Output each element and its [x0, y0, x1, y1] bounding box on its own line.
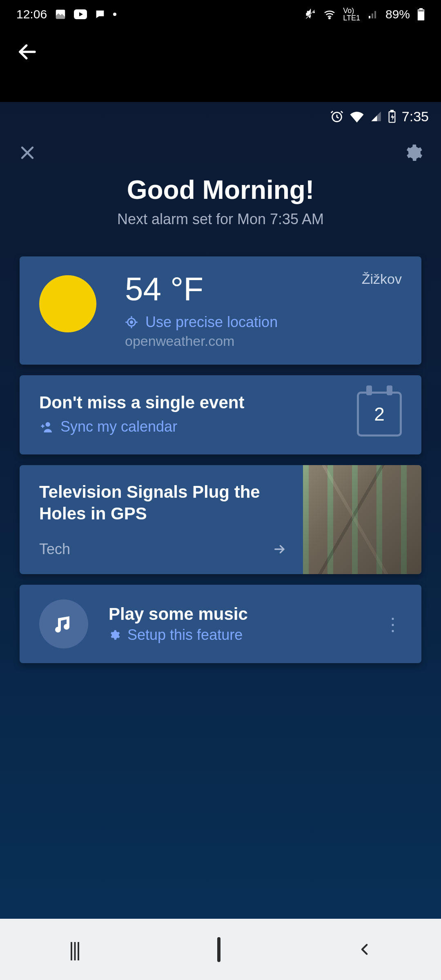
wifi-icon [323, 9, 336, 19]
inner-clock: 7:35 [402, 109, 429, 125]
greeting-title: Good Morning! [0, 175, 441, 205]
inner-status-bar: 7:35 [0, 102, 441, 131]
device-nav-bar: ||| [0, 919, 441, 980]
temperature-value: 54 °F [125, 273, 402, 305]
sync-calendar-link[interactable]: Sync my calendar [39, 418, 345, 435]
mute-icon [305, 9, 316, 20]
kebab-menu-icon[interactable]: ⋮ [384, 614, 402, 635]
arrow-right-icon [273, 542, 287, 556]
add-person-icon [39, 421, 53, 432]
app-screen: 7:35 Good Morning! Next alarm set for Mo… [0, 102, 441, 919]
calendar-card[interactable]: Don't miss a single event Sync my calend… [20, 375, 421, 454]
volte-indicator: Vo)LTE1 [343, 7, 360, 22]
svg-rect-11 [391, 110, 393, 112]
svg-point-15 [130, 321, 132, 323]
music-title: Play some music [109, 604, 363, 624]
outer-toolbar [0, 29, 441, 102]
news-thumbnail [303, 465, 421, 574]
signal-icon [370, 111, 382, 122]
news-headline: Television Signals Plug the Holes in GPS [39, 481, 287, 524]
back-arrow-icon[interactable] [16, 41, 38, 63]
music-card[interactable]: Play some music Setup this feature ⋮ [20, 585, 421, 663]
news-card[interactable]: Television Signals Plug the Holes in GPS… [20, 465, 421, 574]
news-category: Tech [39, 541, 70, 558]
svg-rect-6 [419, 8, 423, 10]
sync-calendar-label: Sync my calendar [60, 418, 177, 435]
home-button[interactable] [217, 938, 220, 961]
precise-location-link[interactable]: Use precise location [125, 314, 402, 331]
outer-status-bar: 12:06 Vo)LTE1 89% [0, 0, 441, 29]
next-alarm-subtitle: Next alarm set for Mon 7:35 AM [0, 211, 441, 228]
chat-icon [94, 9, 106, 20]
back-button[interactable] [358, 940, 372, 959]
gear-small-icon [109, 629, 120, 641]
alarm-clock-icon [330, 109, 344, 123]
weather-location: Žižkov [362, 271, 402, 287]
music-note-icon [39, 599, 88, 648]
precise-location-label: Use precise location [145, 314, 278, 331]
outer-clock: 12:06 [16, 7, 47, 21]
svg-point-4 [329, 18, 330, 19]
svg-point-20 [46, 422, 50, 427]
calendar-icon: 2 [357, 392, 402, 437]
weather-card[interactable]: 54 °F Use precise location openweather.c… [20, 256, 421, 365]
calendar-day-number: 2 [374, 403, 385, 425]
weather-source: openweather.com [125, 333, 402, 349]
setup-music-link[interactable]: Setup this feature [109, 626, 363, 644]
battery-charging-icon [388, 110, 396, 123]
gallery-icon [54, 8, 67, 20]
youtube-icon [74, 9, 87, 19]
wifi-icon [350, 110, 364, 122]
battery-icon [417, 8, 425, 20]
signal-icon [368, 9, 378, 19]
svg-rect-7 [418, 10, 424, 11]
calendar-title: Don't miss a single event [39, 393, 345, 412]
gear-icon[interactable] [403, 143, 423, 163]
setup-music-label: Setup this feature [127, 626, 243, 644]
more-notifications-dot [113, 13, 116, 16]
sun-icon [39, 275, 96, 332]
crosshair-icon [125, 316, 138, 329]
close-icon[interactable] [18, 144, 36, 162]
recents-button[interactable]: ||| [69, 938, 79, 961]
outer-battery-text: 89% [385, 7, 410, 21]
